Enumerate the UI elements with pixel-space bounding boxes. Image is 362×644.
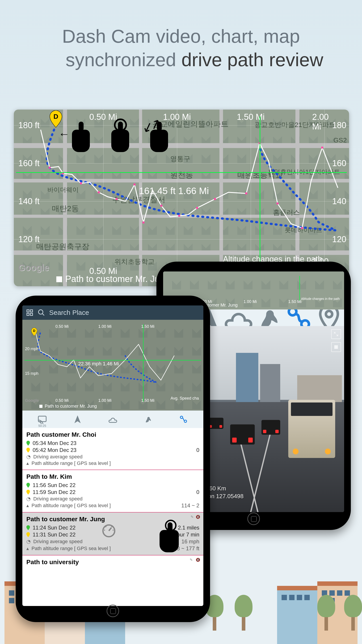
path-start-time: 11:56 Sun Dec 22	[33, 482, 75, 488]
mute-icon[interactable]: 🔇	[196, 515, 200, 519]
path-end-time: 05:42 Mon Dec 23	[33, 447, 76, 453]
path-end-time: 11:31 Sun Dec 22	[33, 532, 75, 538]
path-checkbox[interactable]	[56, 276, 62, 282]
headline: Dash Cam video, chart, map synchronized …	[0, 24, 362, 72]
mini-note: Altitude changes in the path	[301, 297, 340, 300]
video-fullscreen-icon[interactable]	[331, 342, 341, 352]
pin-destination-icon: D	[50, 110, 62, 128]
cursor-v[interactable]	[143, 324, 143, 402]
home-button[interactable]	[247, 512, 260, 525]
path-start-time: 05:34 Mon Dec 23	[33, 440, 76, 446]
gesture-tap-icon	[111, 130, 129, 152]
gesture-zoom-icon: ↙ ↗	[150, 130, 168, 152]
squirrel-icon[interactable]	[143, 414, 153, 424]
path-item[interactable]: ✎ 🔇 Path to university	[22, 556, 203, 570]
x-tick: 0.50 Mi	[55, 324, 69, 329]
mini-speed-chart[interactable]: 0.50 Mi 1.00 Mi 1.50 Mi 0.50 Mi 1.00 Mi …	[22, 320, 203, 410]
search-icon[interactable]	[37, 309, 45, 316]
pin-destination-icon	[26, 448, 30, 452]
svg-rect-24	[30, 310, 33, 312]
svg-point-27	[38, 310, 43, 314]
mini-path-title: Path to customer Mr. Jung	[45, 404, 97, 409]
mute-icon[interactable]: 🔇	[196, 558, 200, 562]
path-item[interactable]: Path to Mr. Kim 11:56 Sun Dec 22 11:59 S…	[22, 470, 203, 512]
x-tick: 1.00 Mi	[98, 398, 111, 403]
speedometer-icon: ◔	[26, 496, 31, 502]
mini-chart-note: Avg. Speed cha	[170, 396, 199, 401]
altitude-icon: ▴	[26, 460, 29, 466]
svg-point-9	[196, 207, 198, 209]
avg-speed-label: Driving average speed	[33, 496, 82, 502]
search-input[interactable]: Search Place	[49, 309, 89, 316]
svg-point-14	[301, 227, 303, 229]
svg-text:D: D	[53, 113, 58, 120]
alt-range-label: Path altitude range [ GPS sea level ]	[31, 503, 111, 508]
path-list[interactable]: Path customer Mr. Choi 05:34 Mon Dec 23 …	[22, 428, 203, 570]
svg-rect-29	[38, 416, 46, 422]
edit-icon[interactable]: ✎	[190, 558, 193, 562]
phone-frame-list: Search Place 0.50 Mi 1.00 Mi 1.50 Mi 0.5…	[16, 296, 210, 622]
x-tick: 0.50 Mi	[55, 398, 69, 403]
alt-range-value: 114 ~ 2	[181, 502, 199, 509]
svg-point-7	[160, 204, 162, 207]
pin-destination-icon	[26, 490, 30, 495]
gesture-tap-icon	[160, 520, 179, 552]
svg-point-6	[142, 222, 145, 224]
x-tick: 1.50 Mi	[141, 398, 154, 403]
x-tick: 1.00 Mi	[98, 324, 111, 329]
y-tick: 20 mph	[25, 346, 38, 351]
path-duration-stub: 0	[196, 489, 199, 495]
pin-start-icon	[26, 441, 30, 446]
cursor-v[interactable]	[300, 276, 300, 300]
alt-range-label: Path altitude range [ GPS sea level ]	[31, 460, 111, 466]
app-grid-icon[interactable]	[26, 309, 33, 316]
path-end-time: 11:59 Sun Dec 22	[33, 489, 75, 495]
svg-point-3	[98, 191, 100, 194]
svg-point-8	[178, 215, 180, 217]
path-checkbox[interactable]	[39, 405, 42, 408]
headline-line2-strong: drive path review	[181, 49, 323, 70]
cursor-h[interactable]	[24, 360, 201, 360]
app-top-bar: Search Place	[22, 306, 203, 320]
chart-cursor-vertical[interactable]	[260, 116, 260, 273]
edit-icon[interactable]: ✎	[191, 515, 194, 519]
svg-point-13	[276, 202, 279, 204]
avg-speed-label: Driving average speed	[33, 454, 82, 460]
pin-destination-icon: D	[31, 328, 37, 336]
cast-icon[interactable]: 50:25	[37, 414, 47, 424]
avg-speed-value: 16 mph	[181, 538, 199, 545]
speedometer-icon: ◔	[26, 539, 31, 544]
speedometer-icon: ◔	[26, 454, 31, 460]
svg-rect-23	[27, 310, 29, 312]
pin-destination-icon	[26, 532, 30, 537]
svg-point-4	[115, 198, 118, 200]
video-expand-icon[interactable]	[331, 329, 341, 339]
path-distance: 2.1 miles	[178, 524, 199, 531]
y-tick: 15 mph	[25, 371, 38, 376]
headline-line1: Dash Cam video, chart, map	[13, 24, 349, 48]
home-button[interactable]	[107, 605, 119, 617]
altitude-chart-panel[interactable]: 광교에일린의뜰아파트 광교호반마을21단지아파트 원천동 매원초등학교 수원남부…	[14, 110, 349, 286]
speedometer-big-icon	[101, 522, 117, 538]
pin-start-icon	[26, 483, 30, 488]
mini-cursor-label: 22.36 mph 1.46 Mi	[78, 361, 119, 367]
svg-point-15	[321, 146, 323, 149]
navigation-icon[interactable]	[73, 414, 82, 424]
svg-point-5	[133, 183, 136, 186]
svg-point-11	[245, 192, 247, 194]
svg-rect-22	[334, 345, 338, 349]
x-tick: 1.00 Mi	[244, 300, 257, 304]
path-title: Path customer Mr. Choi	[26, 431, 199, 438]
chart-cursor-horizontal[interactable]	[16, 172, 347, 173]
svg-point-21	[326, 311, 332, 317]
path-item[interactable]: Path customer Mr. Choi 05:34 Mon Dec 23 …	[22, 428, 203, 470]
svg-rect-25	[27, 313, 29, 316]
headline-line2-pre: synchronized	[65, 49, 181, 70]
weather-icon[interactable]	[108, 414, 117, 424]
path-title: Path to university	[26, 558, 199, 566]
route-pin-icon[interactable]	[179, 414, 188, 424]
google-logo: Google	[18, 263, 49, 273]
path-title: Path to Mr. Kim	[26, 473, 199, 480]
altitude-icon: ▴	[26, 546, 29, 552]
path-item-selected[interactable]: ✎ 🔇 Path to customer Mr. Jung 11:24 Sun …	[22, 512, 203, 556]
